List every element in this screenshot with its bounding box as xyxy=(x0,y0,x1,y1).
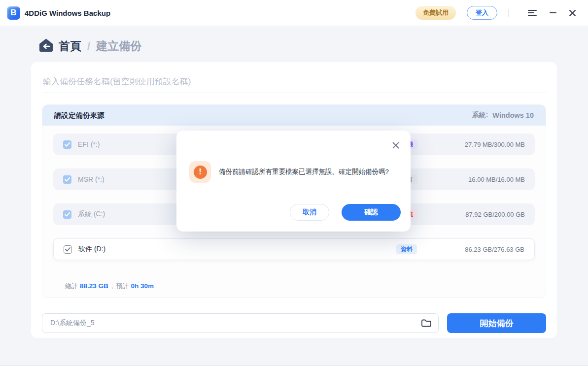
drive-name: 系統 (C:) xyxy=(78,210,105,219)
start-backup-button[interactable]: 開始備份 xyxy=(447,313,546,333)
summary-separator: , xyxy=(111,282,113,290)
estimate-value: 0h 30m xyxy=(131,282,154,290)
browse-folder-icon[interactable] xyxy=(417,315,436,331)
confirm-button[interactable]: 確認 xyxy=(342,204,401,221)
source-panel-title: 請設定備份來源 xyxy=(54,111,104,120)
backup-summary: 總計 88.23 GB , 預計 0h 30m xyxy=(53,273,535,291)
source-panel-header: 請設定備份來源 系統: Windows 10 xyxy=(42,105,546,126)
drive-row-software-d[interactable]: 软件 (D:) 資料 86.23 GB/276.63 GB xyxy=(53,238,535,260)
drive-size: 87.92 GB/200.00 GB xyxy=(431,211,525,218)
total-label: 總計 xyxy=(65,282,78,291)
app-title: 4DDiG Windows Backup xyxy=(25,9,110,17)
drive-name: MSR (*:) xyxy=(78,175,104,183)
checkbox-checked-icon[interactable] xyxy=(64,245,72,254)
system-value: Windows 10 xyxy=(492,111,534,119)
dialog-message: 備份前請確認所有重要檔案已選擇無誤。確定開始備份嗎? xyxy=(219,167,389,177)
checkbox-checked-disabled-icon xyxy=(63,175,71,184)
checkbox-checked-disabled-icon xyxy=(63,210,71,219)
drive-size: 27.79 MB/300.00 MB xyxy=(431,141,525,148)
menu-icon[interactable] xyxy=(525,7,539,19)
breadcrumb-home-label: 首頁 xyxy=(59,38,81,54)
backup-path-input[interactable] xyxy=(42,313,439,333)
drive-name: 软件 (D:) xyxy=(78,245,105,254)
close-icon[interactable] xyxy=(567,7,578,19)
warning-icon: ! xyxy=(189,161,211,183)
app-logo-icon: B xyxy=(7,6,20,20)
free-trial-button[interactable]: 免費試用 xyxy=(415,6,456,20)
total-value: 88.23 GB xyxy=(80,282,108,290)
breadcrumb-separator: / xyxy=(87,40,90,53)
task-name-input[interactable] xyxy=(42,62,546,93)
drive-size: 16.00 MB/16.00 MB xyxy=(431,176,525,183)
cancel-button[interactable]: 取消 xyxy=(290,204,329,221)
app-window: B 4DDiG Windows Backup 免費試用 登入 首頁 / 建立備份 xyxy=(0,0,588,366)
drive-size: 86.23 GB/276.63 GB xyxy=(431,246,524,253)
dialog-close-icon[interactable] xyxy=(390,139,402,153)
home-back-icon xyxy=(38,38,54,54)
breadcrumb: 首頁 / 建立備份 xyxy=(0,26,588,54)
login-button[interactable]: 登入 xyxy=(467,6,497,20)
minimize-icon[interactable] xyxy=(547,7,559,19)
confirm-dialog: ! 備份前請確認所有重要檔案已選擇無誤。確定開始備份嗎? 取消 確認 xyxy=(176,131,411,232)
estimate-label: 預計 xyxy=(116,282,129,291)
drive-badge: 資料 xyxy=(396,244,417,254)
breadcrumb-home-link[interactable]: 首頁 xyxy=(38,38,81,54)
titlebar: B 4DDiG Windows Backup 免費試用 登入 xyxy=(0,0,588,26)
footer-bar: 開始備份 xyxy=(42,313,546,333)
checkbox-checked-disabled-icon xyxy=(63,140,71,149)
titlebar-divider xyxy=(508,9,509,17)
breadcrumb-current: 建立備份 xyxy=(96,38,141,54)
drive-name: EFI (*:) xyxy=(78,140,100,148)
system-label: 系統: xyxy=(472,111,488,120)
